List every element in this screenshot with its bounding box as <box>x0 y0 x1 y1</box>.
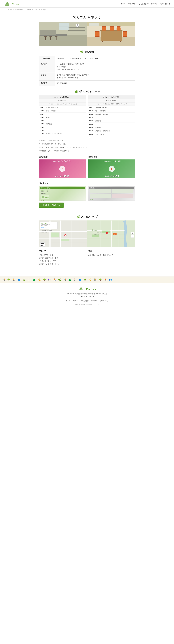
svg-rect-8 <box>68 30 86 31</box>
logo-text: でんでん <box>12 2 19 5</box>
access-map-heading: 🌿 アクセスマップ <box>39 215 135 218</box>
video-menu-left[interactable]: ⋮ <box>83 160 84 162</box>
svg-point-49 <box>42 196 44 198</box>
svg-rect-33 <box>95 36 100 37</box>
schedule-row: 13:00 <box>88 123 135 126</box>
schedule-grid: Aパターン（富業所内） 【松の実中心】 PoPoのひ・パンのひ・入力サービス・サ… <box>39 95 135 136</box>
banner-icon: 👥 <box>18 278 20 281</box>
svg-rect-47 <box>120 41 121 42</box>
footer-nav-faq[interactable]: よくある質問 <box>80 300 89 302</box>
logo-icon: でんでん <box>4 1 10 6</box>
facility-info-table: ご利用対象者 18歳以上の方に・精神障がい者を含む方など (定員：13名) 開所… <box>39 56 135 86</box>
nav-faq[interactable]: よくある質問 <box>139 3 148 5</box>
video-menu-right[interactable]: ⋮ <box>132 160 134 162</box>
svg-text:手柄上之町1丁目90: 手柄上之町1丁目90 <box>92 234 100 234</box>
pamphlet-grid: てんてんみやうえ てんてんみやうえ 就労継続支援B型地域活動支援センター でんで… <box>39 186 135 201</box>
video-thumb-right[interactable]: でんでんみやうえ」紹介動画 ⋮ でんでん ▶ 紹介業業 <box>88 160 135 178</box>
banner-icon: 🤸 <box>88 278 92 281</box>
svg-rect-72 <box>42 243 44 244</box>
pamphlet-image-left: てんてんみやうえ てんてんみやうえ 就労継続支援B型地域活動支援センター でんで… <box>39 186 86 201</box>
footer-nav: ホーム 事業紹介 よくある質問 法人概要 お問い合わせ <box>3 300 171 302</box>
video-play-left[interactable] <box>59 166 65 172</box>
svg-text:でんでん: でんでん <box>79 289 83 290</box>
schedule-row: 14:30 <box>39 129 86 132</box>
map-left-svg: 〒670-0821 兵庫県姫路市 手柄上之町1丁目90 ● でんでんみやうえ 〒… <box>39 220 87 247</box>
table-row: ご利用対象者 18歳以上の方に・精神障がい者を含む方など (定員：13名) <box>39 56 135 61</box>
nav-home[interactable]: ホーム <box>121 3 126 5</box>
nav-contact[interactable]: お問い合わせ <box>160 3 170 5</box>
footer-nav-home[interactable]: ホーム <box>66 300 70 302</box>
info-value-phone: 079-224-4277 <box>55 80 135 86</box>
svg-rect-81 <box>118 220 118 247</box>
svg-rect-52 <box>39 231 87 232</box>
video-label-right: でんでんみやうえ」紹介動画 <box>88 160 135 162</box>
footer-nav-contact[interactable]: お問い合わせ <box>100 300 108 302</box>
nav-facilities[interactable]: 事業所紹介 <box>128 3 136 5</box>
page-title: でんでん みやうえ <box>39 15 135 19</box>
schedule-b-activities: クリーニネス・食品出し・陳列し・棚整理・チェック等 <box>88 102 135 106</box>
footer-nav-about[interactable]: 法人概要 <box>92 300 97 302</box>
banner-icon: 🏃 <box>53 278 56 281</box>
video-thumb-left[interactable]: でんでんみやうえ「コピー用」 ⋮ コピーよ ▶ 機業所業 <box>39 160 86 178</box>
svg-text:〒670-0821 兵庫県姫路市: 〒670-0821 兵庫県姫路市 <box>41 224 50 225</box>
map-left[interactable]: 〒670-0821 兵庫県姫路市 手柄上之町1丁目90 ● でんでんみやうえ 〒… <box>39 220 87 247</box>
footer-copyright: Copyright © 特定非営利活動法人スクエアん <box>3 304 171 306</box>
video-text-left: コピーよ ▶ 機業所業 <box>39 175 86 177</box>
svg-text:でんでん: でんでん <box>5 4 9 6</box>
banner-icon: 🚶 <box>28 278 30 281</box>
footer-logo-text: でんでん <box>85 287 96 290</box>
map-container: 〒670-0821 兵庫県姫路市 手柄上之町1丁目90 ● でんでんみやうえ 〒… <box>39 220 135 247</box>
svg-rect-37 <box>110 27 114 30</box>
facility-image-left-svg <box>39 22 87 46</box>
svg-rect-18 <box>56 37 56 40</box>
svg-rect-32 <box>95 32 100 36</box>
schedule-row: 13:00 作業開始 <box>39 122 86 126</box>
schedule-row: 14:30 作業終了・富業所移動 <box>88 129 135 133</box>
svg-text:〒670-0821 兵庫県姫路市: 〒670-0821 兵庫県姫路市 <box>92 232 102 233</box>
access-bus-line-4: 姫路駅・1佐奉 令番・山-26 <box>39 263 86 266</box>
access-bus-line-3: 「7号」線「乗 途中下行 <box>39 260 86 263</box>
banner-icon: 👥 <box>109 278 112 281</box>
map-right[interactable]: 駅 ● 〒670-0821 兵庫県姫路市 手柄上之町1丁目90 姫路市 市民セン… <box>87 220 135 247</box>
svg-rect-34 <box>95 31 100 32</box>
schedule-notes: ※1時間毎に、短時間休憩があります。 ※不服な方安全な全ユーザーを行います。 ※… <box>39 139 135 152</box>
access-bus-line-2: 姫路駅 · 15番乗り場→出発 <box>39 257 86 260</box>
nav-about[interactable]: 法人概要 <box>151 3 158 5</box>
svg-rect-9 <box>68 33 86 33</box>
footer-banner: 🧑‍🤝‍🧑 🌳 🏃 👥 🌿 🚶 🌲 🤸 🌳 👫 🏃 🌿 🧑‍🤝‍🧑 🌲 🚶 👥 … <box>0 276 174 283</box>
svg-rect-41 <box>123 31 127 32</box>
pamphlet-title: パンフレット <box>39 182 135 184</box>
video-title-left: 施設内作業 <box>39 156 86 158</box>
video-play-right[interactable] <box>109 166 115 172</box>
access-bus-title: 神姫バス <box>39 250 86 252</box>
footer-nav-facilities[interactable]: 事業紹介 <box>72 300 78 302</box>
leaf-icon-2: 🌿 <box>74 90 78 93</box>
svg-rect-58 <box>79 220 79 247</box>
leaf-icon-1: 🌿 <box>80 50 84 54</box>
banner-icon: 🤸 <box>38 278 41 281</box>
svg-text:姫路市: 姫路市 <box>92 229 94 230</box>
svg-rect-7 <box>68 27 86 28</box>
access-train-title: 電車 <box>88 250 135 252</box>
info-label-address: 所在地 <box>39 72 55 80</box>
schedule-row: 12:00 お昼休憩 <box>39 116 86 119</box>
schedule-row: 13:30 作業開始 <box>88 126 135 129</box>
schedule-pattern-b: Bパターン（施設外作業） 【小売り店内業務】 クリーニネス・食品出し・陳列し・棚… <box>88 95 135 136</box>
download-button[interactable]: ダウンロードはこちら <box>39 202 64 208</box>
svg-rect-59 <box>51 232 59 237</box>
schedule-heading: 🌿 1日のスケジュール <box>39 90 135 93</box>
video-title-right: 施設外作業 <box>88 156 135 158</box>
svg-rect-6 <box>40 30 56 35</box>
pamphlet-graphic: でんでん <box>41 195 49 199</box>
banner-icon: 🌿 <box>22 278 26 281</box>
schedule-row: 10:00 朝礼・作業開始 <box>39 109 86 113</box>
main-nav: ホーム 事業所紹介 よくある質問 法人概要 お問い合わせ <box>121 3 170 5</box>
map-right-svg: 駅 ● 〒670-0821 兵庫県姫路市 手柄上之町1丁目90 姫路市 市民セン… <box>87 220 135 247</box>
info-label-hours: 開所日時 <box>39 61 55 72</box>
schedule-a-header: Aパターン（富業所内） <box>39 96 86 99</box>
site-header: でんでん でんでん ホーム 事業所紹介 よくある質問 法人概要 お問い合わせ <box>0 0 174 8</box>
svg-rect-36 <box>102 26 106 27</box>
svg-text:地図を拡大表示: 地図を拡大表示 <box>41 227 46 228</box>
schedule-b-subheader: 【小売り店内業務】 <box>88 99 135 102</box>
schedule-pattern-a: Aパターン（富業所内） 【松の実中心】 PoPoのひ・パンのひ・入力サービス・サ… <box>39 95 86 136</box>
